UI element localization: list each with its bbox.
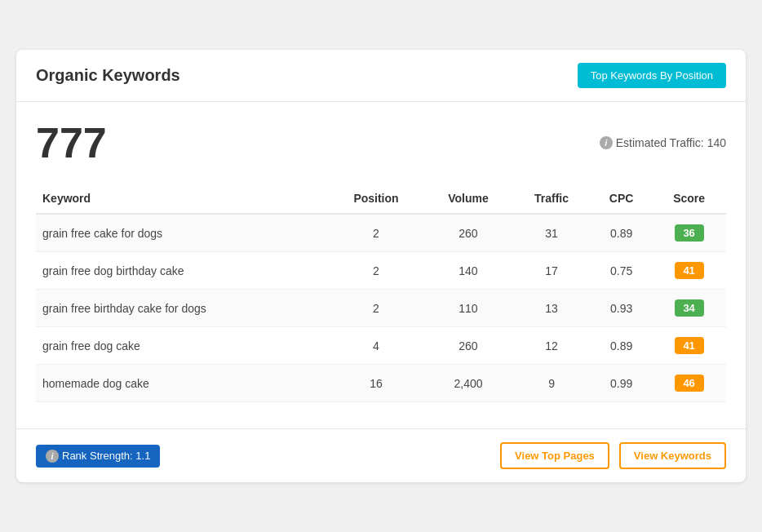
cell-volume: 140 [424,252,512,290]
cell-traffic: 31 [512,214,591,252]
cell-keyword: grain free dog birthday cake [36,252,328,290]
cell-cpc: 0.75 [591,252,652,290]
cell-traffic: 13 [512,290,591,327]
info-icon: i [600,136,613,149]
cell-position: 2 [328,290,424,327]
cell-volume: 260 [424,327,512,365]
cell-traffic: 9 [512,365,591,402]
rank-info-icon: i [46,450,59,463]
card-body: 777 i Estimated Traffic: 140 Keyword Pos… [16,102,746,422]
score-badge: 36 [675,224,704,242]
cell-score: 36 [652,214,726,252]
score-badge: 34 [675,299,704,317]
cell-position: 2 [328,252,424,290]
organic-keywords-card: Organic Keywords Top Keywords By Positio… [16,50,746,482]
estimated-traffic: i Estimated Traffic: 140 [600,136,726,149]
cell-keyword: grain free birthday cake for dogs [36,290,328,327]
keywords-table: Keyword Position Volume Traffic CPC Scor… [36,184,726,402]
cell-keyword: grain free dog cake [36,327,328,365]
cell-volume: 110 [424,290,512,327]
table-row: grain free dog cake 4 260 12 0.89 41 [36,327,726,365]
score-badge: 46 [675,375,704,392]
stats-row: 777 i Estimated Traffic: 140 [36,122,726,164]
footer-buttons: View Top Pages View Keywords [500,442,726,469]
cell-volume: 260 [424,214,512,252]
cell-cpc: 0.99 [591,365,652,402]
col-cpc: CPC [591,184,652,214]
top-keywords-button[interactable]: Top Keywords By Position [578,63,726,88]
cell-traffic: 12 [512,327,591,365]
table-row: grain free cake for dogs 2 260 31 0.89 3… [36,214,726,252]
cell-keyword: homemade dog cake [36,365,328,402]
cell-score: 41 [652,327,726,365]
table-row: grain free birthday cake for dogs 2 110 … [36,290,726,327]
rank-strength-label: Rank Strength: 1.1 [62,450,150,462]
col-volume: Volume [424,184,512,214]
keywords-tbody: grain free cake for dogs 2 260 31 0.89 3… [36,214,726,402]
cell-position: 2 [328,214,424,252]
table-row: grain free dog birthday cake 2 140 17 0.… [36,252,726,290]
card-header: Organic Keywords Top Keywords By Positio… [16,50,746,102]
cell-score: 34 [652,290,726,327]
col-traffic: Traffic [512,184,591,214]
col-position: Position [328,184,424,214]
col-keyword: Keyword [36,184,328,214]
col-score: Score [652,184,726,214]
table-row: homemade dog cake 16 2,400 9 0.99 46 [36,365,726,402]
cell-score: 41 [652,252,726,290]
organic-keywords-count: 777 [36,122,107,164]
score-badge: 41 [675,262,704,279]
cell-position: 16 [328,365,424,402]
cell-cpc: 0.89 [591,214,652,252]
cell-position: 4 [328,327,424,365]
cell-volume: 2,400 [424,365,512,402]
cell-cpc: 0.93 [591,290,652,327]
estimated-traffic-value: 140 [707,136,726,149]
cell-keyword: grain free cake for dogs [36,214,328,252]
table-header-row: Keyword Position Volume Traffic CPC Scor… [36,184,726,214]
card-footer: i Rank Strength: 1.1 View Top Pages View… [16,428,746,482]
cell-cpc: 0.89 [591,327,652,365]
estimated-traffic-label: Estimated Traffic: [616,136,704,149]
card-title: Organic Keywords [36,66,180,85]
score-badge: 41 [675,337,704,354]
cell-score: 46 [652,365,726,402]
cell-traffic: 17 [512,252,591,290]
view-keywords-button[interactable]: View Keywords [619,442,726,469]
view-top-pages-button[interactable]: View Top Pages [500,442,609,469]
rank-strength-badge: i Rank Strength: 1.1 [36,445,160,468]
